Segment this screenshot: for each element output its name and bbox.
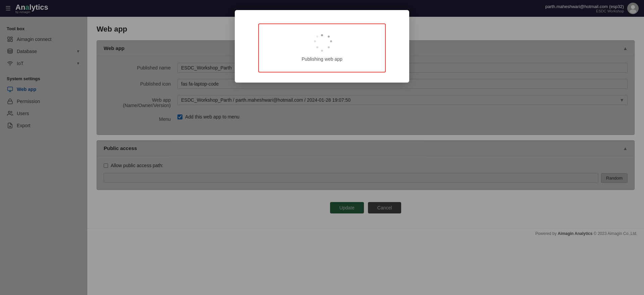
loading-spinner [313, 34, 331, 52]
publishing-text: Publishing web app [302, 56, 342, 62]
publishing-modal-inner: Publishing web app [258, 23, 386, 72]
publishing-modal: Publishing web app [235, 10, 409, 83]
modal-overlay: Publishing web app [0, 0, 644, 295]
